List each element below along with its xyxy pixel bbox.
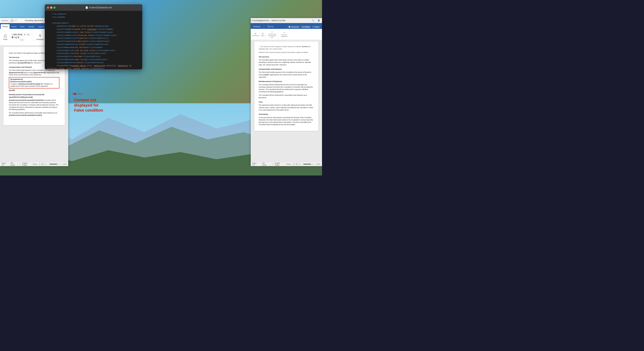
right-view-btn-3[interactable]: □ bbox=[298, 163, 301, 166]
xml-window: 📄 GcWordTplDataSet.xml </xs:element> </x… bbox=[45, 4, 142, 69]
font-size-selector[interactable]: 11 bbox=[26, 33, 32, 36]
right-services-title: The Services bbox=[259, 56, 314, 58]
right-termination-title: Termination bbox=[259, 113, 314, 116]
tab-mailings-right[interactable]: Mailings bbox=[252, 24, 262, 29]
right-ribbon-group-request: ✒ Request Signatures bbox=[279, 32, 290, 37]
editing-button[interactable]: ✏️ Editing bbox=[301, 26, 311, 28]
right-ribbon-tabs: Mailings » Tell me 💬 Comments ✏️ Editing… bbox=[251, 23, 322, 29]
right-panel-actions: 🔍 👤 bbox=[310, 19, 321, 22]
right-termination-text: In the event that the Client desires to … bbox=[259, 116, 314, 126]
zoom-in-btn-left[interactable]: + bbox=[61, 163, 62, 165]
tab-design-left[interactable]: Design bbox=[26, 24, 36, 29]
paste-icon: 📋 bbox=[3, 34, 8, 38]
zoom-slider-left[interactable] bbox=[50, 164, 60, 164]
reimburse-title-left: Reimbursement of {{reimburseAmount}:hbi-… bbox=[9, 93, 60, 98]
right-term-title: Term bbox=[259, 101, 314, 104]
right-doc-title-text: ConsultingAgreement — Saved to my Mac bbox=[252, 20, 286, 22]
left-status-bar: Page 1 of 3 928 words 📝 English (India) … bbox=[0, 162, 68, 166]
right-editor-button[interactable]: ✍ bbox=[261, 32, 264, 35]
autosave-label: AutoSave bbox=[1, 20, 8, 22]
right-sensitivity-button[interactable]: 🔒 bbox=[254, 32, 257, 35]
xml-window-title: 📄 GcWordTplDataSet.xml bbox=[57, 6, 140, 9]
right-words-status: 945 words bbox=[262, 162, 268, 166]
right-word-window: ConsultingAgreement — Saved to my Mac 🔍 … bbox=[251, 18, 322, 166]
right-editor-icon: ✍ bbox=[262, 33, 264, 34]
autosave-badge: AutoSave OFF bbox=[1, 19, 17, 22]
view-btn-3[interactable]: □ bbox=[44, 163, 47, 166]
underline-button[interactable]: U bbox=[15, 36, 17, 39]
tab-draw-left[interactable]: Draw bbox=[18, 24, 26, 29]
xml-line-12: <clientAddrLine1>135 Borland Alley</clie… bbox=[47, 49, 140, 52]
sep3 bbox=[31, 163, 32, 165]
xml-line-10: <consFirmAddrPostal>21705</consFirmAddrP… bbox=[47, 43, 140, 46]
view-btn-1[interactable]: ≡ bbox=[39, 163, 41, 166]
right-ribbon-group-editor: ✍ Editor bbox=[260, 32, 266, 36]
view-btn-2[interactable]: ⊞ bbox=[41, 163, 44, 166]
right-doc-page: ...r the Services of the Company to rend… bbox=[254, 42, 318, 131]
left-language-status: English (India) bbox=[22, 162, 30, 166]
right-sep3 bbox=[285, 163, 285, 165]
highlighted-template-block: {{if payRetainer}} {{retainerAmount}:for… bbox=[9, 77, 60, 88]
right-ribbon-content: 🔒 Sensitivity ✍ Editor 📄 Create and Shar… bbox=[251, 29, 322, 40]
right-sensitivity-label: Sensitivity bbox=[252, 35, 259, 36]
comments-label: Comments bbox=[291, 26, 299, 28]
endif-text: {{endif}} bbox=[9, 89, 60, 92]
content-annotation-label: Content not displayed for False conditio… bbox=[74, 98, 110, 113]
right-reimburse-travel: The Consultant will be reimbursed for re… bbox=[259, 94, 314, 99]
left-zoom-level: 110% bbox=[63, 163, 67, 165]
xml-line-16: <clientAddrPostal>35123</clientAddrPosta… bbox=[47, 61, 140, 64]
xml-maximize-dot[interactable] bbox=[54, 6, 56, 9]
paste-button[interactable]: 📋 Paste bbox=[2, 33, 8, 41]
right-language-status: English (India) bbox=[275, 162, 284, 166]
xml-file-icon: 📄 bbox=[85, 6, 88, 9]
right-toolbar: ConsultingAgreement — Saved to my Mac 🔍 … bbox=[251, 18, 322, 23]
font-selector[interactable]: Calibri (Body) ▼ bbox=[12, 33, 26, 36]
xml-line-8: <consFirmAddrCity>Frederick</consFirmAdd… bbox=[47, 37, 140, 40]
right-reimburse-title: Reimbursement of Expenses bbox=[259, 80, 314, 83]
focus-button-left[interactable]: Focus bbox=[33, 163, 37, 165]
xml-minimize-dot[interactable] bbox=[50, 6, 52, 9]
xml-line-6: <consFirmAddrLine1>1 Oak Drive</consFirm… bbox=[47, 31, 140, 34]
strikethrough-button[interactable]: S̶ bbox=[18, 36, 19, 39]
reimburse-block-left: {{reimburseAmount}:hbi-equals(0):format(… bbox=[9, 99, 60, 111]
zoom-slider-right[interactable] bbox=[303, 164, 314, 164]
right-status-bar: Page 1 of 3 945 words 📝 English (India) … bbox=[251, 162, 322, 166]
editing-icon: ✏️ bbox=[302, 26, 304, 28]
zoom-out-btn-right[interactable]: − bbox=[302, 163, 302, 165]
ribbon-group-paragraph: ¶ Paragraph bbox=[34, 33, 46, 41]
right-adobe-button[interactable]: 📄 bbox=[270, 31, 274, 33]
autosave-toggle[interactable] bbox=[9, 19, 14, 22]
tab-insert-left[interactable]: Insert bbox=[10, 24, 18, 29]
right-sep1 bbox=[260, 163, 261, 165]
right-comp-text: The Client shall provide payment to the … bbox=[259, 71, 314, 78]
xml-line-3: <ConsAgreement> bbox=[47, 22, 140, 25]
tab-tellme-right[interactable]: Tell me bbox=[266, 24, 276, 29]
xml-close-dot[interactable] bbox=[47, 6, 49, 9]
paragraph-button[interactable]: ¶ Paragraph bbox=[36, 33, 45, 41]
left-words-status: 928 words bbox=[10, 162, 16, 166]
zoom-area-left: ≡ ⊞ □ − + 110% bbox=[39, 163, 67, 166]
right-ribbon-group-sensitivity: 🔒 Sensitivity bbox=[252, 32, 260, 36]
share-label: Share bbox=[315, 26, 319, 28]
right-view-btn-2[interactable]: ⊞ bbox=[295, 163, 298, 166]
zoom-out-btn-left[interactable]: − bbox=[48, 163, 48, 165]
italic-button[interactable]: I bbox=[14, 36, 14, 39]
comments-button[interactable]: 💬 Comments bbox=[287, 26, 300, 28]
tab-layout-left[interactable]: Layout bbox=[36, 24, 46, 29]
right-request-label: Request Signatures bbox=[280, 34, 289, 37]
right-view-btn-1[interactable]: ≡ bbox=[292, 163, 295, 166]
tab-more-right[interactable]: » bbox=[262, 26, 266, 29]
share-button[interactable]: ↗ Share bbox=[312, 26, 320, 28]
font-name-left: Calibri (Body) bbox=[13, 34, 22, 36]
search-button-right[interactable]: 🔍 bbox=[310, 19, 316, 22]
xml-title-text: GcWordTplDataSet.xml bbox=[89, 6, 112, 9]
person-button-right[interactable]: 👤 bbox=[316, 19, 321, 22]
bold-button[interactable]: B bbox=[12, 36, 13, 39]
tab-home-left[interactable]: Home bbox=[1, 24, 10, 29]
right-request-button[interactable]: ✒ bbox=[283, 32, 286, 34]
paragraph-icon: ¶ bbox=[38, 34, 42, 38]
zoom-in-btn-right[interactable]: + bbox=[315, 163, 316, 165]
xml-line-7: <consFirmAddrLine2>Tennyson Plaza</consF… bbox=[47, 34, 140, 37]
focus-button-right[interactable]: Focus bbox=[286, 163, 291, 165]
xml-line-13: <clientAddrLine2>Pie close</clientAddrLi… bbox=[47, 52, 140, 55]
